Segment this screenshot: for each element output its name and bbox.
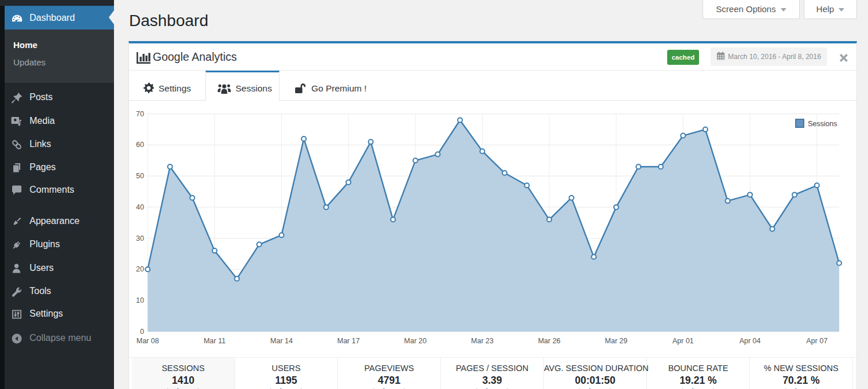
svg-text:Mar 26: Mar 26 <box>538 337 561 345</box>
svg-text:10: 10 <box>136 296 144 304</box>
svg-text:60: 60 <box>136 141 144 149</box>
svg-text:0: 0 <box>140 328 144 336</box>
svg-text:20: 20 <box>136 265 144 273</box>
svg-text:Mar 08: Mar 08 <box>137 337 159 345</box>
svg-text:Mar 29: Mar 29 <box>605 337 627 345</box>
svg-text:Apr 01: Apr 01 <box>672 337 694 345</box>
svg-text:Sessions: Sessions <box>808 120 837 128</box>
svg-text:Mar 20: Mar 20 <box>404 337 426 345</box>
svg-text:40: 40 <box>136 203 144 211</box>
svg-text:70: 70 <box>136 110 144 118</box>
svg-text:Mar 14: Mar 14 <box>270 337 293 345</box>
svg-text:Apr 04: Apr 04 <box>740 337 761 345</box>
svg-text:Mar 11: Mar 11 <box>204 337 226 345</box>
svg-text:Apr 07: Apr 07 <box>806 337 827 345</box>
svg-text:30: 30 <box>136 234 144 243</box>
svg-text:50: 50 <box>136 172 144 180</box>
svg-text:Mar 17: Mar 17 <box>337 337 360 345</box>
svg-text:Mar 23: Mar 23 <box>471 337 494 345</box>
